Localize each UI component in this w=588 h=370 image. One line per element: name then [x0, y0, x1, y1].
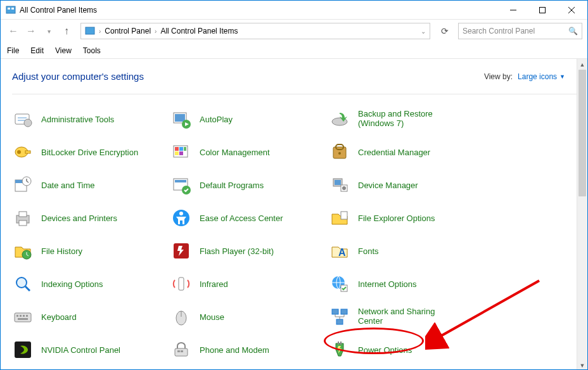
cpl-item-label: NVIDIA Control Panel [41, 345, 120, 355]
deviceman-icon [329, 174, 350, 196]
view-by-label: View by: [484, 72, 513, 81]
filehist-icon [12, 240, 34, 262]
cpl-item-phone[interactable]: Phone and Modem [170, 339, 329, 360]
cpl-item-label: Power Options [358, 345, 412, 355]
chevron-down-icon: ▼ [559, 73, 565, 80]
devprint-icon [12, 207, 34, 229]
header-strip: Adjust your computer's settings View by:… [12, 59, 577, 94]
breadcrumb-current[interactable]: All Control Panel Items [160, 27, 238, 35]
nav-toolbar: ← → ▾ ↑ › Control Panel › All Control Pa… [1, 20, 587, 42]
cpl-item-mouse[interactable]: Mouse [170, 306, 329, 328]
cpl-item-deviceman[interactable]: Device Manager [329, 174, 564, 196]
cpl-item-power[interactable]: Power Options [329, 339, 564, 360]
cpl-item-credential[interactable]: Credential Manager [329, 141, 564, 163]
breadcrumb-expand[interactable]: ⌄ [421, 28, 426, 35]
menu-file[interactable]: File [7, 46, 19, 55]
cpl-item-indexing[interactable]: Indexing Options [12, 273, 170, 295]
scroll-track[interactable] [577, 70, 587, 360]
refresh-button[interactable]: ⟳ [437, 23, 453, 39]
cpl-item-admin-tools[interactable]: Administrative Tools [12, 108, 170, 130]
cpl-item-label: BitLocker Drive Encryption [41, 148, 138, 157]
window-title: All Control Panel Items [20, 6, 97, 15]
color-icon [170, 141, 192, 163]
cpl-item-label: Indexing Options [41, 279, 103, 289]
svg-rect-11 [175, 114, 185, 122]
scroll-up-button[interactable]: ▲ [577, 59, 587, 70]
cpl-item-label: Color Management [200, 148, 270, 157]
back-button[interactable]: ← [6, 23, 21, 39]
cpl-item-bitlocker[interactable]: BitLocker Drive Encryption [12, 141, 170, 163]
svg-rect-64 [181, 350, 183, 352]
keyboard-icon [12, 306, 34, 328]
minimize-button[interactable] [499, 1, 528, 20]
cpl-item-network[interactable]: Network and SharingCenter [329, 306, 564, 328]
breadcrumb-root[interactable]: Control Panel [105, 27, 151, 35]
svg-rect-37 [19, 212, 27, 217]
cpl-item-ease[interactable]: Ease of Access Center [170, 207, 329, 229]
search-input[interactable] [463, 27, 568, 35]
svg-rect-7 [86, 27, 94, 34]
cpl-item-infrared[interactable]: Infrared [170, 273, 329, 295]
breadcrumb[interactable]: › Control Panel › All Control Panel Item… [80, 23, 430, 39]
svg-rect-50 [15, 313, 31, 322]
svg-point-35 [342, 186, 346, 190]
cpl-item-datetime[interactable]: Date and Time [12, 174, 170, 196]
view-by-dropdown[interactable]: Large icons ▼ [518, 72, 565, 81]
svg-text:A: A [338, 247, 346, 258]
cpl-item-label: Default Programs [200, 181, 264, 190]
cpl-item-flash[interactable]: Flash Player (32-bit) [170, 240, 329, 262]
svg-rect-47 [179, 278, 184, 290]
svg-rect-18 [175, 147, 179, 151]
view-by: View by: Large icons ▼ [484, 72, 565, 81]
cpl-item-keyboard[interactable]: Keyboard [12, 306, 170, 328]
svg-rect-59 [341, 309, 347, 314]
svg-rect-33 [335, 180, 341, 185]
body: Adjust your computer's settings View by:… [1, 59, 587, 370]
menu-view[interactable]: View [55, 46, 72, 55]
up-button[interactable]: ↑ [59, 23, 74, 39]
forward-button[interactable]: → [23, 23, 39, 39]
scroll-down-button[interactable]: ▼ [577, 360, 587, 370]
search-box[interactable]: 🔍 [458, 23, 582, 39]
scroll-thumb[interactable] [578, 70, 586, 196]
svg-rect-63 [177, 350, 180, 352]
chevron-right-icon: › [155, 28, 157, 35]
svg-rect-61 [15, 341, 31, 358]
chevron-right-icon: › [99, 28, 101, 35]
recent-locations-button[interactable]: ▾ [41, 23, 56, 39]
maximize-button[interactable] [528, 1, 557, 20]
menu-tools[interactable]: Tools [83, 46, 101, 55]
cpl-item-autoplay[interactable]: AutoPlay [170, 108, 329, 130]
svg-point-9 [24, 119, 32, 127]
indexing-icon [12, 273, 34, 295]
ease-icon [170, 207, 192, 229]
cpl-item-backup[interactable]: Backup and Restore(Windows 7) [329, 108, 564, 130]
items-grid: Administrative ToolsAutoPlayBackup and R… [12, 94, 577, 360]
cpl-item-filehist[interactable]: File History [12, 240, 170, 262]
close-button[interactable] [557, 1, 586, 20]
menu-edit[interactable]: Edit [30, 46, 44, 55]
cpl-item-fileexp[interactable]: File Explorer Options [329, 207, 564, 229]
phone-icon [170, 339, 192, 360]
network-icon [329, 306, 350, 328]
cpl-item-label: Keyboard [41, 312, 77, 322]
svg-rect-41 [341, 212, 347, 219]
svg-point-15 [17, 150, 21, 154]
fileexp-icon [329, 207, 350, 229]
svg-rect-21 [175, 151, 179, 155]
fonts-icon: A [329, 240, 350, 262]
view-by-value: Large icons [518, 72, 557, 81]
cpl-item-nvidia[interactable]: NVIDIA Control Panel [12, 339, 170, 360]
cpl-item-color[interactable]: Color Management [170, 141, 329, 163]
control-panel-icon [85, 26, 95, 36]
cpl-item-label: Flash Player (32-bit) [200, 246, 274, 256]
cpl-item-label: Credential Manager [358, 148, 430, 157]
vertical-scrollbar[interactable]: ▲ ▼ [577, 59, 587, 370]
cpl-item-defaultprog[interactable]: Default Programs [170, 174, 329, 196]
menu-bar: File Edit View Tools [1, 42, 587, 59]
cpl-item-devprint[interactable]: Devices and Printers [12, 207, 170, 229]
titlebar: All Control Panel Items [1, 1, 587, 20]
cpl-item-internet[interactable]: Internet Options [329, 273, 564, 295]
cpl-item-label: Phone and Modem [200, 345, 269, 355]
cpl-item-fonts[interactable]: AFonts [329, 240, 564, 262]
